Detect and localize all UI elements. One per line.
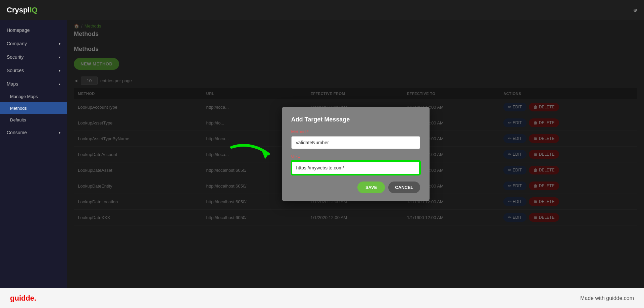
annotation-arrow [228,141,282,169]
modal-actions: SAVE CANCEL [291,182,420,193]
chevron-down-icon: ▾ [59,42,60,46]
sidebar-item-company[interactable]: Company ▾ [0,37,67,50]
modal-overlay: Add Target Message Method * URL SAVE CAN… [67,20,644,288]
main-layout: Homepage Company ▾ Security ▾ Sources ▾ … [0,20,644,288]
footer: guidde. Made with guidde.com [0,288,644,308]
sidebar-item-maps[interactable]: Maps ▴ [0,77,67,91]
modal: Add Target Message Method * URL SAVE CAN… [282,107,430,201]
chevron-down-icon: ▾ [59,55,60,59]
sidebar-item-sources[interactable]: Sources ▾ [0,64,67,77]
url-label: URL [291,154,420,159]
method-label: Method * [291,129,420,134]
url-input[interactable] [291,161,420,175]
sidebar: Homepage Company ▾ Security ▾ Sources ▾ … [0,20,67,288]
method-input[interactable] [291,136,420,149]
sidebar-item-homepage[interactable]: Homepage [0,23,67,37]
topbar: CrysplIQ ⊕ [0,0,644,20]
svg-marker-0 [262,151,268,159]
logo: CrysplIQ [7,6,38,14]
sidebar-item-manage-maps[interactable]: Manage Maps [0,91,67,102]
modal-title: Add Target Message [291,116,420,123]
footer-tagline: Made with guidde.com [580,295,634,301]
sidebar-item-consume[interactable]: Consume ▾ [0,126,67,139]
required-indicator: * [307,129,309,134]
sidebar-item-methods[interactable]: Methods [0,102,67,114]
top-right-icon[interactable]: ⊕ [633,7,637,13]
logo-text: CrysplIQ [7,6,38,14]
sidebar-item-security[interactable]: Security ▾ [0,50,67,64]
chevron-down-icon: ▾ [59,131,60,135]
save-button[interactable]: SAVE [357,182,385,193]
chevron-down-icon: ▾ [59,69,60,72]
footer-logo: guidde. [10,294,36,303]
chevron-up-icon: ▴ [59,82,60,86]
content-area: 🏠 / Methods Methods Methods NEW METHOD ◄… [67,20,644,288]
cancel-button[interactable]: CANCEL [388,182,420,193]
sidebar-item-defaults[interactable]: Defaults [0,114,67,126]
